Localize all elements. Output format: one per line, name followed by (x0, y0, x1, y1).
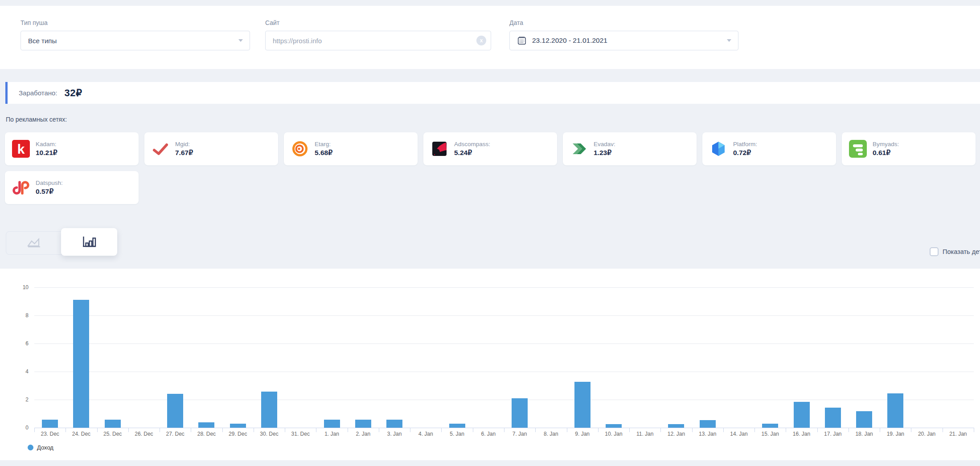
y-axis-tick-label: 8 (3, 312, 29, 319)
site-value: https://prosti.info (273, 37, 322, 45)
revenue-bar[interactable] (606, 424, 622, 428)
network-value: 5.68₽ (315, 149, 332, 157)
push-type-field: Тип пуша Все типы (21, 19, 250, 50)
bar-chart-toggle-button[interactable] (61, 228, 117, 256)
earnings-label: Заработано: (19, 89, 57, 97)
network-value: 5.24₽ (454, 149, 490, 157)
show-details-checkbox[interactable]: Показать детали (930, 247, 980, 256)
network-value: 0.57₽ (36, 188, 63, 196)
y-axis-tick-label: 4 (3, 368, 29, 375)
network-value: 0.72₽ (733, 149, 757, 157)
network-card: Bymyads:0.61₽ (842, 132, 976, 165)
push-type-select[interactable]: Все типы (21, 31, 250, 50)
revenue-bar[interactable] (230, 424, 246, 428)
date-label: Дата (509, 19, 738, 26)
network-name: Kadam: (36, 141, 57, 147)
network-value: 0.61₽ (873, 149, 899, 157)
chevron-down-icon (727, 39, 731, 42)
site-label: Сайт (265, 19, 491, 26)
network-card: Mgid:7.67₽ (144, 132, 278, 165)
adscompass-icon (431, 140, 448, 158)
earnings-summary: Заработано: 32₽ (5, 82, 980, 104)
line-chart-toggle-button[interactable] (6, 232, 61, 254)
push-type-label: Тип пуша (21, 19, 250, 26)
bar-chart-icon (82, 235, 97, 249)
push-type-value: Все типы (28, 37, 57, 45)
etarg-icon (291, 140, 309, 158)
revenue-bar[interactable] (512, 398, 528, 428)
y-axis-tick-label: 2 (3, 397, 29, 403)
site-field: Сайт https://prosti.info x (265, 19, 491, 50)
revenue-bar[interactable] (574, 382, 590, 428)
clear-icon[interactable]: x (476, 36, 486, 45)
revenue-bar[interactable] (42, 420, 58, 428)
network-value: 1.23₽ (594, 149, 615, 157)
legend-marker-icon (28, 445, 33, 450)
network-name: Bymyads: (873, 141, 899, 147)
bymyads-icon (849, 140, 867, 158)
evadav-icon (570, 140, 588, 158)
datspush-icon (12, 179, 30, 196)
network-name: Mgid: (175, 141, 193, 147)
network-card: kKadam:10.21₽ (5, 132, 139, 165)
network-name: Etarg: (315, 141, 332, 147)
revenue-bar[interactable] (324, 420, 340, 428)
network-card: Adscompass:5.24₽ (423, 132, 557, 165)
revenue-bar[interactable] (668, 424, 684, 428)
gridline (34, 372, 974, 372)
network-card: Evadav:1.23₽ (563, 132, 697, 165)
network-name: Platform: (733, 141, 757, 147)
legend-label: Доход (37, 444, 53, 451)
revenue-bar[interactable] (887, 393, 903, 428)
calendar-icon (517, 36, 527, 45)
revenue-bar[interactable] (198, 422, 214, 428)
gridline (34, 315, 974, 316)
revenue-bar[interactable] (825, 408, 841, 428)
y-axis-tick-label: 6 (3, 340, 29, 347)
chevron-down-icon (238, 39, 243, 42)
revenue-bar[interactable] (449, 424, 465, 428)
network-value: 7.67₽ (175, 149, 193, 157)
line-chart-icon (26, 237, 41, 250)
date-range-input[interactable]: 23.12.2020 - 21.01.2021 (509, 31, 738, 50)
revenue-bar[interactable] (700, 420, 716, 428)
network-card: Platform:0.72₽ (702, 132, 836, 165)
y-axis-tick-label: 10 (3, 284, 29, 290)
filters-panel: Тип пуша Все типы Сайт https://prosti.in… (0, 6, 980, 69)
revenue-bar[interactable] (261, 392, 277, 428)
network-name: Evadav: (594, 141, 615, 147)
show-details-label: Показать детали (943, 248, 980, 255)
site-input[interactable]: https://prosti.info x (265, 31, 491, 50)
networks-section-title: По рекламных сетях: (6, 116, 67, 123)
networks-cards: kKadam:10.21₽Mgid:7.67₽Etarg:5.68₽Adscom… (5, 132, 976, 204)
revenue-bar[interactable] (386, 420, 402, 428)
x-axis-label: 21. Jan (939, 431, 977, 437)
chart-type-toggle (6, 231, 117, 255)
y-axis-tick-label: 0 (3, 425, 29, 431)
network-card: Datspush:0.57₽ (5, 171, 139, 204)
revenue-bar[interactable] (762, 424, 778, 428)
mgid-icon (152, 140, 169, 158)
date-field: Дата 23.12.2020 - 21.01.2021 (509, 19, 738, 50)
platform-icon (709, 140, 727, 158)
revenue-chart-panel: 23. Dec24. Dec25. Dec26. Dec27. Dec28. D… (0, 269, 980, 460)
network-card: Etarg:5.68₽ (284, 132, 418, 165)
network-name: Adscompass: (454, 141, 490, 147)
network-name: Datspush: (36, 180, 63, 186)
date-range-value: 23.12.2020 - 21.01.2021 (532, 37, 607, 45)
earnings-value: 32₽ (65, 87, 82, 99)
revenue-bar[interactable] (73, 300, 89, 428)
bar-chart-plot: 23. Dec24. Dec25. Dec26. Dec27. Dec28. D… (34, 287, 974, 428)
revenue-bar[interactable] (167, 394, 183, 428)
revenue-bar[interactable] (856, 411, 872, 428)
gridline (34, 287, 974, 288)
svg-text:k: k (17, 142, 25, 156)
chart-legend-item[interactable]: Доход (28, 444, 53, 451)
revenue-bar[interactable] (355, 420, 371, 428)
checkbox-box-icon[interactable] (930, 247, 939, 256)
revenue-bar[interactable] (105, 420, 121, 428)
kadam-icon: k (12, 140, 30, 158)
gridline (34, 343, 974, 344)
revenue-bar[interactable] (794, 402, 810, 428)
network-value: 10.21₽ (36, 149, 57, 157)
